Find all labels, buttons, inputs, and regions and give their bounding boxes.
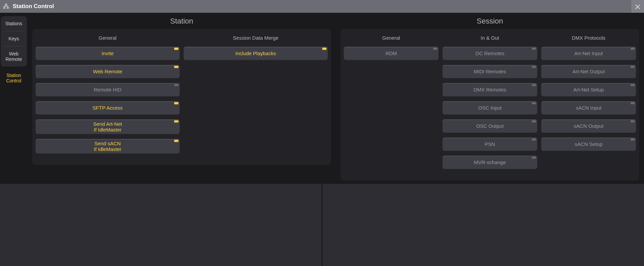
panels-row: Station GeneralInviteWeb RemoteRemote HI… — [28, 13, 644, 181]
column-header: Session Data Merge — [184, 33, 328, 47]
column-general: GeneralInviteWeb RemoteRemote HIDSFTP Ac… — [36, 33, 180, 158]
button-label: Art-Net Input — [574, 50, 603, 56]
status-indicator-icon — [174, 102, 178, 104]
toggle-sacn-setup[interactable]: sACN Setup — [541, 138, 636, 151]
column-header: DMX Protocols — [541, 33, 636, 47]
status-indicator-icon — [532, 120, 536, 122]
station-panel: GeneralInviteWeb RemoteRemote HIDSFTP Ac… — [32, 29, 331, 165]
station-title: Station — [32, 15, 331, 29]
status-indicator-icon — [631, 102, 635, 104]
status-indicator-icon — [532, 139, 536, 141]
button-label: DC Remotes — [475, 50, 504, 56]
close-icon — [634, 3, 641, 10]
toggle-art-net-setup[interactable]: Art-Net Setup — [541, 83, 636, 97]
button-label: Art-Net Output — [572, 69, 605, 74]
toggle-web-remote[interactable]: Web Remote — [36, 65, 180, 78]
toggle-rdm[interactable]: RDM — [344, 47, 439, 60]
button-label: sACN Input — [576, 105, 602, 111]
status-indicator-icon — [631, 48, 635, 50]
title-bar: Station Control — [0, 0, 644, 13]
button-label: Include Playbacks — [235, 50, 276, 56]
toggle-osc-output[interactable]: OSC Output — [443, 119, 537, 133]
button-label: MVR-xchange — [474, 159, 506, 165]
status-indicator-icon — [532, 48, 536, 50]
toggle-dc-remotes[interactable]: DC Remotes — [443, 47, 537, 60]
session-panel-group: Session GeneralRDMIn & OutDC RemotesMIDI… — [340, 15, 639, 181]
toggle-sacn-input[interactable]: sACN Input — [541, 101, 636, 115]
toggle-dmx-remotes[interactable]: DMX Remotes — [443, 83, 537, 97]
toggle-remote-hid[interactable]: Remote HID — [36, 83, 180, 97]
button-label: OSC Input — [478, 105, 502, 111]
sidebar-tab-keys[interactable]: Keys — [1, 31, 27, 46]
window-title: Station Control — [13, 3, 54, 10]
sidebar-tab-web-remote[interactable]: Web Remote — [1, 46, 27, 67]
status-indicator-icon — [174, 84, 178, 86]
session-panel: GeneralRDMIn & OutDC RemotesMIDI Remotes… — [340, 29, 639, 181]
status-indicator-icon — [532, 157, 536, 159]
button-label: Web Remote — [93, 69, 122, 74]
bottom-strip — [0, 183, 644, 266]
bottom-panel-right — [322, 183, 644, 266]
column-header: General — [36, 33, 180, 47]
column-session-data-merge: Session Data MergeInclude Playbacks — [184, 33, 328, 158]
toggle-sftp-access[interactable]: SFTP Access — [36, 101, 180, 115]
status-indicator-icon — [174, 66, 178, 68]
svg-rect-2 — [7, 7, 9, 8]
status-indicator-icon — [433, 48, 437, 50]
button-label: MIDI Remotes — [474, 69, 506, 74]
svg-rect-0 — [5, 4, 7, 5]
toggle-psn[interactable]: PSN — [443, 138, 537, 151]
session-title: Session — [340, 15, 639, 29]
button-label: PSN — [485, 141, 495, 147]
button-label: OSC Output — [476, 123, 504, 129]
button-label: RDM — [385, 50, 397, 56]
toggle-include-playbacks[interactable]: Include Playbacks — [184, 47, 328, 60]
station-panel-group: Station GeneralInviteWeb RemoteRemote HI… — [32, 15, 331, 181]
toggle-art-net-output[interactable]: Art-Net Output — [541, 65, 636, 78]
toggle-midi-remotes[interactable]: MIDI Remotes — [443, 65, 537, 78]
button-label: DMX Remotes — [473, 87, 506, 92]
status-indicator-icon — [631, 66, 635, 68]
status-indicator-icon — [532, 84, 536, 86]
column-header: General — [344, 33, 439, 47]
button-label: Remote HID — [94, 87, 122, 92]
column-general: GeneralRDM — [344, 33, 439, 174]
button-label: sACN Setup — [575, 141, 603, 147]
sidebar-tab-station-control[interactable]: Station Control — [0, 69, 28, 83]
toggle-art-net-input[interactable]: Art-Net Input — [541, 47, 636, 60]
status-indicator-icon — [174, 140, 178, 142]
toggle-send-art-net-if-idlemaster[interactable]: Send Art-NetIf IdleMaster — [36, 119, 180, 134]
button-label: sACN Output — [574, 123, 603, 129]
toggle-sacn-output[interactable]: sACN Output — [541, 119, 636, 133]
network-icon — [3, 3, 9, 10]
toggle-osc-input[interactable]: OSC Input — [443, 101, 537, 115]
status-indicator-icon — [322, 48, 326, 50]
status-indicator-icon — [174, 120, 178, 122]
button-label: Invite — [102, 50, 114, 56]
button-label: Send sACNIf IdleMaster — [94, 141, 122, 152]
status-indicator-icon — [631, 84, 635, 86]
close-button[interactable] — [631, 0, 644, 13]
bottom-panel-left — [0, 183, 322, 266]
toggle-invite[interactable]: Invite — [36, 47, 180, 60]
button-label: Send Art-NetIf IdleMaster — [93, 121, 122, 133]
sidebar-tab-group: Stations Keys Web Remote — [1, 16, 27, 67]
toggle-send-sacn-if-idlemaster[interactable]: Send sACNIf IdleMaster — [36, 139, 180, 154]
column-dmx-protocols: DMX ProtocolsArt-Net InputArt-Net Output… — [541, 33, 636, 174]
sidebar-tab-stations[interactable]: Stations — [1, 16, 27, 31]
svg-rect-1 — [4, 7, 5, 8]
button-label: Art-Net Setup — [573, 87, 604, 92]
column-header: In & Out — [443, 33, 537, 47]
column-in-out: In & OutDC RemotesMIDI RemotesDMX Remote… — [443, 33, 537, 174]
status-indicator-icon — [631, 120, 635, 122]
toggle-mvr-xchange[interactable]: MVR-xchange — [443, 156, 537, 169]
status-indicator-icon — [631, 139, 635, 141]
status-indicator-icon — [532, 66, 536, 68]
status-indicator-icon — [532, 102, 536, 104]
button-label: SFTP Access — [93, 105, 123, 111]
status-indicator-icon — [174, 48, 178, 50]
